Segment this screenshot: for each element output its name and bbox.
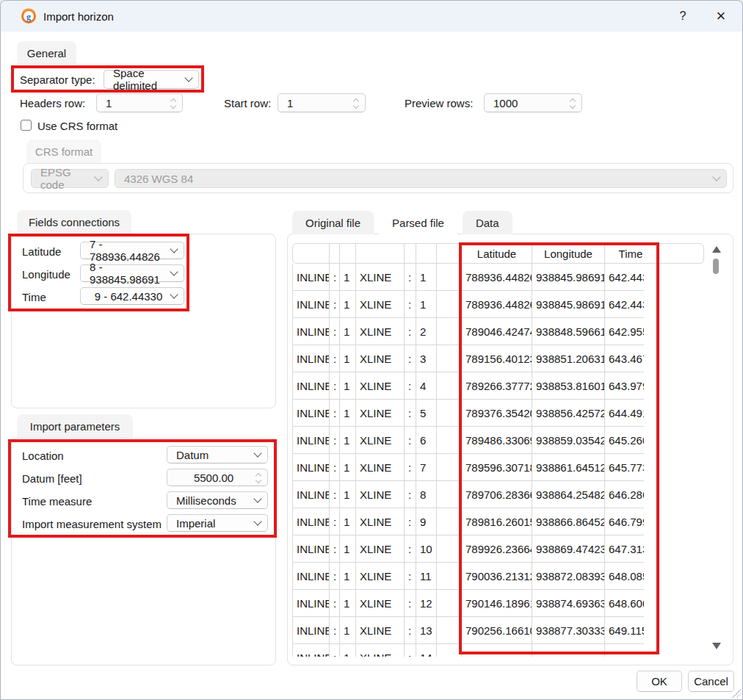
- table-cell[interactable]: :: [405, 291, 416, 317]
- table-cell[interactable]: XLINE: [356, 372, 405, 399]
- table-cell[interactable]: 1: [340, 535, 356, 562]
- time-field-select[interactable]: 9 - 642.44330: [80, 287, 184, 305]
- table-cell[interactable]: 642.44330: [605, 291, 644, 317]
- table-cell[interactable]: 789926.23664: [462, 535, 532, 562]
- table-cell[interactable]: :: [330, 590, 340, 616]
- table-cell[interactable]: XLINE: [356, 508, 405, 535]
- table-cell[interactable]: 649.11572: [605, 617, 644, 643]
- table-cell[interactable]: 1: [340, 345, 356, 372]
- table-cell[interactable]: 1: [340, 264, 356, 290]
- table-cell[interactable]: 1: [340, 291, 356, 317]
- table-cell[interactable]: INLINE: [293, 481, 330, 508]
- table-cell[interactable]: :: [330, 372, 340, 399]
- table-cell[interactable]: 1: [416, 264, 437, 290]
- table-cell[interactable]: 938861.64512: [532, 454, 605, 480]
- table-header-empty[interactable]: [356, 244, 405, 263]
- table-row[interactable]: INLINE:1XLINE:3789156.40123938851.206316…: [293, 345, 644, 372]
- table-cell[interactable]: :: [330, 617, 340, 643]
- table-row[interactable]: INLINE:1XLINE:1788936.44826938845.986916…: [293, 264, 644, 291]
- table-cell[interactable]: 938851.20631: [532, 345, 605, 372]
- table-cell[interactable]: XLINE: [356, 427, 405, 453]
- table-cell[interactable]: INLINE: [293, 291, 330, 317]
- table-cell[interactable]: INLINE: [293, 535, 330, 562]
- table-cell[interactable]: 647.31372: [605, 535, 644, 562]
- table-cell[interactable]: XLINE: [356, 291, 405, 317]
- table-cell[interactable]: [437, 427, 462, 453]
- table-cell[interactable]: 2: [416, 318, 437, 344]
- table-cell[interactable]: INLINE: [293, 400, 330, 426]
- table-cell[interactable]: [437, 563, 462, 589]
- table-cell[interactable]: [532, 644, 605, 657]
- table-cell[interactable]: :: [405, 264, 416, 290]
- help-button[interactable]: ?: [666, 1, 700, 32]
- table-cell[interactable]: INLINE: [293, 590, 330, 616]
- separator-type-select[interactable]: Space delimited: [104, 70, 199, 89]
- time-measure-select[interactable]: Milliseconds: [167, 491, 268, 509]
- table-cell[interactable]: 1: [340, 590, 356, 616]
- table-cell[interactable]: :: [405, 427, 416, 453]
- table-cell[interactable]: :: [405, 345, 416, 372]
- table-cell[interactable]: 646.28638: [605, 481, 644, 508]
- table-cell[interactable]: INLINE: [293, 454, 330, 480]
- table-cell[interactable]: [437, 372, 462, 399]
- table-cell[interactable]: 6: [416, 427, 437, 453]
- start-row-spinner[interactable]: 1: [278, 93, 366, 112]
- table-cell[interactable]: 938856.42572: [532, 400, 605, 426]
- table-cell[interactable]: [437, 454, 462, 480]
- table-cell[interactable]: 938853.81601: [532, 372, 605, 399]
- table-cell[interactable]: 4: [416, 372, 437, 399]
- cancel-button[interactable]: Cancel: [688, 671, 734, 692]
- table-cell[interactable]: :: [330, 508, 340, 535]
- table-cell[interactable]: 644.49170: [605, 400, 644, 426]
- table-cell[interactable]: XLINE: [356, 535, 405, 562]
- resize-grip[interactable]: [732, 689, 741, 698]
- table-row[interactable]: INLINE:1XLINE:8789706.28366938864.254826…: [293, 481, 644, 508]
- table-row[interactable]: INLINE:1XLINE:9789816.26015938866.864526…: [293, 508, 644, 535]
- table-row[interactable]: INLINE:1XLINE:2789046.42474938848.596616…: [293, 318, 644, 345]
- table-cell[interactable]: INLINE: [293, 563, 330, 589]
- table-cell[interactable]: XLINE: [356, 264, 405, 290]
- titlebar[interactable]: g Import horizon ? ×: [1, 1, 742, 32]
- table-row[interactable]: INLINE:1XLINE:13790256.16610938877.30333…: [293, 617, 644, 644]
- table-cell[interactable]: XLINE: [356, 400, 405, 426]
- location-select[interactable]: Datum: [167, 446, 268, 463]
- table-row[interactable]: INLINE:1XLINE:5789376.35420938856.425726…: [293, 400, 644, 427]
- table-cell[interactable]: 5: [416, 400, 437, 426]
- scroll-up-icon[interactable]: [712, 246, 721, 253]
- table-cell[interactable]: :: [330, 427, 340, 453]
- headers-row-spinner[interactable]: 1: [96, 93, 183, 112]
- table-row[interactable]: INLINE:1XLINE:11790036.21312938872.08393…: [293, 563, 644, 590]
- table-row[interactable]: INLINE:1XLINE:1788936.44826938845.986916…: [293, 291, 644, 318]
- table-cell[interactable]: :: [405, 617, 416, 643]
- table-cell[interactable]: 789376.35420: [462, 400, 532, 426]
- table-cell[interactable]: 642.95526: [605, 318, 644, 344]
- close-button[interactable]: ×: [704, 1, 738, 32]
- table-cell[interactable]: 1: [340, 372, 356, 399]
- table-header-longitude[interactable]: Longitude: [532, 244, 605, 263]
- table-cell[interactable]: 790036.21312: [462, 563, 532, 589]
- preview-table[interactable]: INLINE:1XLINE:1788936.44826938845.986916…: [292, 264, 644, 657]
- table-header-empty[interactable]: [405, 244, 416, 263]
- table-row[interactable]: INLINE:1XLINE:7789596.30718938861.645126…: [293, 454, 644, 481]
- table-cell[interactable]: 12: [416, 590, 437, 616]
- table-cell[interactable]: :: [405, 372, 416, 399]
- table-cell[interactable]: [437, 345, 462, 372]
- table-cell[interactable]: 789706.28366: [462, 481, 532, 508]
- tab-data[interactable]: Data: [463, 211, 512, 234]
- table-cell[interactable]: XLINE: [356, 318, 405, 344]
- table-cell[interactable]: 938872.08393: [532, 563, 605, 589]
- table-cell[interactable]: 642.44330: [605, 264, 644, 290]
- table-cell[interactable]: 8: [416, 481, 437, 508]
- table-cell[interactable]: :: [405, 535, 416, 562]
- table-header-empty[interactable]: [330, 244, 340, 263]
- longitude-field-select[interactable]: 8 - 938845.98691: [80, 264, 184, 282]
- table-row[interactable]: INLINE:1XLINE:10789926.23664938869.47423…: [293, 535, 644, 563]
- table-cell[interactable]: INLINE: [293, 264, 330, 290]
- table-cell[interactable]: 789816.26015: [462, 508, 532, 535]
- table-cell[interactable]: 1: [340, 400, 356, 426]
- table-cell[interactable]: 1: [340, 427, 356, 453]
- table-row[interactable]: INLINE:1XLINE:4789266.37772938853.816016…: [293, 372, 644, 400]
- preview-rows-spinner[interactable]: 1000: [484, 93, 582, 112]
- table-cell[interactable]: 938866.86452: [532, 508, 605, 535]
- spinner-arrows-icon[interactable]: [353, 97, 359, 110]
